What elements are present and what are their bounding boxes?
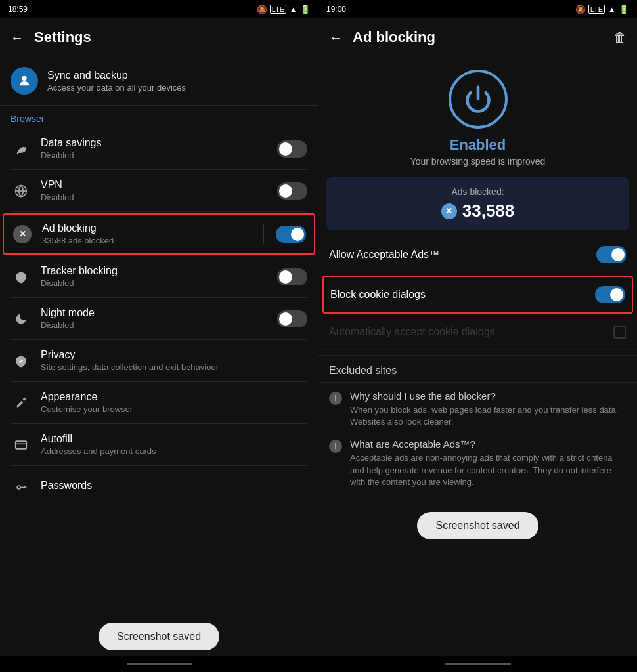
allow-acceptable-ads-item[interactable]: Allow Acceptable Ads™ bbox=[318, 236, 637, 274]
night-mode-sub: Disabled bbox=[41, 320, 255, 330]
x-circle-icon: ✕ bbox=[441, 203, 457, 219]
data-savings-sub: Disabled bbox=[41, 150, 255, 160]
privacy-sub: Site settings, data collection and exit … bbox=[41, 362, 307, 372]
left-status-bar: 18:59 🔕 LTE ▲ 🔋 bbox=[0, 0, 318, 18]
signal-icon: ▲ bbox=[289, 5, 297, 14]
sync-title: Sync and backup bbox=[47, 70, 186, 81]
signal-icon-right: ▲ bbox=[607, 5, 616, 14]
battery-icon-right: 🔋 bbox=[619, 5, 629, 14]
settings-back-button[interactable]: ← bbox=[11, 30, 24, 45]
auto-accept-cookies-label: Automatically accept cookie dialogs bbox=[329, 326, 605, 338]
vpn-toggle[interactable] bbox=[277, 182, 307, 200]
svg-rect-3 bbox=[16, 441, 27, 449]
block-cookie-dialogs-toggle[interactable] bbox=[595, 286, 625, 303]
lte-badge-right: LTE bbox=[588, 5, 605, 14]
tracker-blocking-sub: Disabled bbox=[41, 278, 255, 288]
settings-list: Data savings Disabled VPN bbox=[0, 128, 318, 617]
why-use-info: i Why should I use the ad blocker? When … bbox=[329, 390, 626, 428]
ad-blocking-settings: Allow Acceptable Ads™ Block cookie dialo… bbox=[318, 230, 637, 355]
what-acceptable-info: i What are Acceptable Ads™? Acceptable a… bbox=[329, 438, 626, 488]
ad-blocking-header: ← Ad blocking 🗑 bbox=[318, 18, 637, 56]
what-acceptable-title: What are Acceptable Ads™? bbox=[350, 438, 626, 450]
sidebar-item-autofill[interactable]: Autofill Addresses and payment cards bbox=[0, 424, 318, 465]
what-acceptable-body: Acceptable ads are non-annoying ads that… bbox=[350, 452, 626, 488]
auto-accept-cookies-item: Automatically accept cookie dialogs bbox=[318, 315, 637, 350]
enabled-subtitle: Your browsing speed is improved bbox=[410, 156, 546, 167]
autofill-title: Autofill bbox=[41, 433, 307, 445]
autofill-icon bbox=[11, 434, 32, 455]
trash-icon[interactable]: 🗑 bbox=[613, 30, 626, 45]
sidebar-item-data-savings[interactable]: Data savings Disabled bbox=[0, 128, 318, 169]
ad-blocking-title: Ad blocking bbox=[353, 29, 603, 46]
appearance-sub: Customise your browser bbox=[41, 404, 307, 414]
allow-acceptable-ads-label: Allow Acceptable Ads™ bbox=[329, 249, 588, 261]
enabled-label: Enabled bbox=[450, 136, 506, 154]
screenshot-toast-left: Screenshot saved bbox=[99, 623, 219, 650]
sidebar-item-appearance[interactable]: Appearance Customise your browser bbox=[0, 382, 318, 423]
settings-panel: ← Settings Sync and backup Access your d… bbox=[0, 18, 318, 656]
info-section: i Why should I use the ad blocker? When … bbox=[318, 382, 637, 507]
passwords-title: Passwords bbox=[41, 480, 307, 492]
ad-blocking-title: Ad blocking bbox=[42, 222, 254, 234]
block-icon: ✕ bbox=[12, 224, 33, 245]
home-indicator-right bbox=[445, 663, 511, 665]
sync-subtitle: Access your data on all your devices bbox=[47, 83, 186, 93]
data-savings-toggle[interactable] bbox=[277, 140, 307, 158]
home-indicator-left bbox=[127, 663, 192, 665]
bell-icon-right: 🔕 bbox=[575, 5, 586, 14]
tracker-blocking-toggle[interactable] bbox=[277, 268, 307, 285]
excluded-sites-label: Excluded sites bbox=[318, 355, 637, 382]
svg-point-0 bbox=[22, 76, 26, 81]
sidebar-item-ad-blocking[interactable]: ✕ Ad blocking 33588 ads blocked bbox=[3, 213, 315, 255]
bottom-bar bbox=[0, 656, 637, 672]
tracker-blocking-title: Tracker blocking bbox=[41, 265, 255, 277]
svg-point-5 bbox=[17, 486, 20, 489]
ads-blocked-label: Ads blocked: bbox=[451, 186, 504, 197]
block-cookie-dialogs-item[interactable]: Block cookie dialogs bbox=[322, 276, 633, 314]
passwords-icon bbox=[11, 475, 32, 496]
allow-acceptable-ads-toggle[interactable] bbox=[596, 246, 626, 263]
night-mode-toggle[interactable] bbox=[277, 310, 307, 327]
sidebar-item-privacy[interactable]: Privacy Site settings, data collection a… bbox=[0, 340, 318, 381]
right-time: 19:00 bbox=[326, 5, 346, 14]
power-icon bbox=[449, 70, 508, 129]
sidebar-item-night-mode[interactable]: Night mode Disabled bbox=[0, 298, 318, 339]
browser-section-label: Browser bbox=[0, 106, 318, 128]
vpn-sub: Disabled bbox=[41, 192, 255, 202]
data-savings-title: Data savings bbox=[41, 137, 255, 149]
moon-icon bbox=[11, 308, 32, 329]
lte-badge: LTE bbox=[270, 5, 286, 14]
power-status-section: Enabled Your browsing speed is improved bbox=[318, 56, 637, 177]
night-mode-title: Night mode bbox=[41, 307, 255, 319]
settings-header: ← Settings bbox=[0, 18, 318, 56]
privacy-icon bbox=[11, 350, 32, 371]
leaf-icon bbox=[11, 138, 32, 159]
appearance-title: Appearance bbox=[41, 391, 307, 403]
shield-icon bbox=[11, 266, 32, 287]
block-cookie-dialogs-label: Block cookie dialogs bbox=[330, 289, 587, 301]
globe-icon bbox=[11, 180, 32, 201]
ads-blocked-box: Ads blocked: ✕ 33,588 bbox=[326, 177, 629, 230]
ad-blocking-toggle[interactable] bbox=[276, 226, 306, 243]
bell-icon: 🔕 bbox=[257, 5, 267, 14]
info-icon-1: i bbox=[329, 392, 342, 405]
appearance-icon bbox=[11, 392, 32, 413]
vpn-title: VPN bbox=[41, 179, 255, 191]
screenshot-toast-right: Screenshot saved bbox=[417, 512, 538, 539]
sidebar-item-vpn[interactable]: VPN Disabled bbox=[0, 170, 318, 211]
battery-icon: 🔋 bbox=[300, 5, 311, 14]
ads-count: 33,588 bbox=[462, 201, 515, 221]
sidebar-item-tracker-blocking[interactable]: Tracker blocking Disabled bbox=[0, 256, 318, 297]
why-use-title: Why should I use the ad blocker? bbox=[350, 390, 626, 402]
right-status-bar: 19:00 🔕 LTE ▲ 🔋 bbox=[318, 0, 637, 18]
ad-blocking-panel: ← Ad blocking 🗑 Enabled Your browsing sp… bbox=[318, 18, 637, 656]
privacy-title: Privacy bbox=[41, 349, 307, 361]
ad-blocking-back-button[interactable]: ← bbox=[329, 30, 342, 45]
ad-blocking-sub: 33588 ads blocked bbox=[42, 236, 254, 245]
sync-backup-item[interactable]: Sync and backup Access your data on all … bbox=[0, 56, 318, 106]
autofill-sub: Addresses and payment cards bbox=[41, 446, 307, 456]
sidebar-item-passwords[interactable]: Passwords bbox=[0, 466, 318, 505]
avatar bbox=[11, 67, 38, 94]
left-time: 18:59 bbox=[8, 5, 28, 14]
auto-accept-cookies-checkbox bbox=[613, 326, 626, 339]
